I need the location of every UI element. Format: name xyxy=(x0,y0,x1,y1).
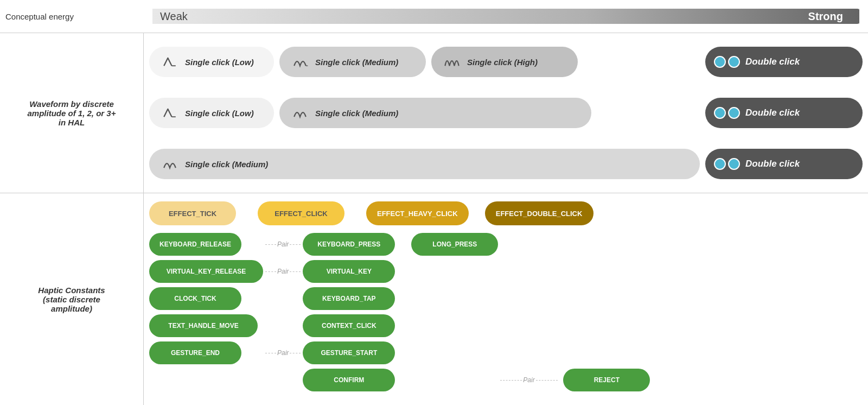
gradient-arrow-svg xyxy=(152,4,859,28)
waveform-row-2: Single click (Low) Single click (Medium) xyxy=(149,88,863,137)
right-content: Weak Strong Single click (Low) xyxy=(144,0,868,405)
pb-line-1 xyxy=(265,271,276,272)
virtual-key-release-pill[interactable]: VIRTUAL_KEY_RELEASE xyxy=(149,260,263,283)
pair-text-1: Pair xyxy=(277,268,289,275)
sp0 xyxy=(498,233,563,256)
dsp0 xyxy=(563,233,650,256)
effects-bar: EFFECT_TICK EFFECT_CLICK EFFECT_HEAVY_CL… xyxy=(149,201,863,225)
spacer-2 xyxy=(263,314,303,337)
confirm-pill[interactable]: CONFIRM xyxy=(303,369,395,391)
keyboard-tap-row: KEYBOARD_TAP xyxy=(303,287,395,310)
arrow-bar-container: Weak Strong xyxy=(144,0,868,33)
effect-heavy-pill: EFFECT_HEAVY_CLICK xyxy=(366,201,469,225)
haptic-section: EFFECT_TICK EFFECT_CLICK EFFECT_HEAVY_CL… xyxy=(144,193,868,405)
wf-pill-medium-3: Single click (Medium) xyxy=(149,149,700,179)
effect-double-pill: EFFECT_DOUBLE_CLICK xyxy=(485,201,593,225)
haptic-inner: EFFECT_TICK EFFECT_CLICK EFFECT_HEAVY_CL… xyxy=(149,201,863,391)
long-press-pill[interactable]: LONG_PRESS xyxy=(411,233,498,256)
pair-bridge-confirm: Pair xyxy=(498,369,563,391)
dsp2 xyxy=(563,287,650,310)
dot-2 xyxy=(728,56,740,68)
pb-line-1b xyxy=(290,271,301,272)
svg-marker-0 xyxy=(152,9,859,24)
pb-line-0 xyxy=(265,244,276,245)
dsp3 xyxy=(563,314,650,337)
pb-line-4 xyxy=(265,353,276,353)
waveform-label: Waveform by discrete amplitude of 1, 2, … xyxy=(0,33,144,193)
wf-text-medium-2: Single click (Medium) xyxy=(315,109,398,118)
arrow-bar: Weak Strong xyxy=(152,4,859,28)
strong-label: Strong xyxy=(808,10,843,23)
gesture-end-row: GESTURE_END xyxy=(149,341,263,364)
pair-bridge-0: Pair xyxy=(263,233,303,256)
wf-text-medium-1: Single click (Medium) xyxy=(315,58,398,67)
virtual-key-pill[interactable]: VIRTUAL_KEY xyxy=(303,260,395,283)
effect-click-pill: EFFECT_CLICK xyxy=(258,201,344,225)
confirm-row: CONFIRM xyxy=(303,369,395,391)
double-click-pill-3: Double click xyxy=(705,149,863,179)
double-dot-icon-3 xyxy=(714,158,740,170)
medium-wave-icon-2 xyxy=(290,103,310,123)
keyboard-press-row: KEYBOARD_PRESS xyxy=(303,233,395,256)
dot-5 xyxy=(714,158,726,170)
text-handle-row: TEXT_HANDLE_MOVE xyxy=(149,314,263,337)
gesture-end-pill[interactable]: GESTURE_END xyxy=(149,341,241,364)
heavy-col: LONG_PRESS xyxy=(411,233,498,256)
left-labels: Conceptual energy Waveform by discrete a… xyxy=(0,0,144,405)
dsp4 xyxy=(563,341,650,364)
wf-pill-low-2: Single click (Low) xyxy=(149,98,274,128)
wf-pill-medium-1: Single click (Medium) xyxy=(279,47,426,77)
text-handle-pill[interactable]: TEXT_HANDLE_MOVE xyxy=(149,314,258,337)
waveform-row-1: Single click (Low) Single click (Medium) xyxy=(149,37,863,86)
keyboard-tap-pill[interactable]: KEYBOARD_TAP xyxy=(303,287,395,310)
virtual-key-release-row: VIRTUAL_KEY_RELEASE xyxy=(149,260,263,283)
wf-pill-high-1: Single click (High) xyxy=(431,47,578,77)
wf-pill-medium-2: Single click (Medium) xyxy=(279,98,591,128)
gesture-start-row: GESTURE_START xyxy=(303,341,395,364)
wf-text-low-1: Single click (Low) xyxy=(185,58,254,67)
pb-line-4b xyxy=(290,353,301,353)
dsp1 xyxy=(563,260,650,283)
dot-1 xyxy=(714,56,726,68)
keyboard-press-pill[interactable]: KEYBOARD_PRESS xyxy=(303,233,395,256)
waveform-row-3: Single click (Medium) Double click xyxy=(149,140,863,188)
low-wave-icon-2 xyxy=(160,103,180,123)
sp3 xyxy=(498,314,563,337)
context-click-pill[interactable]: CONTEXT_CLICK xyxy=(303,314,395,337)
medium-wave-icon-1 xyxy=(290,52,310,72)
double-click-pill-2: Double click xyxy=(705,98,863,128)
sp2 xyxy=(498,287,563,310)
double-click-pill-1: Double click xyxy=(705,47,863,77)
click-col: KEYBOARD_PRESS VIRTUAL_KEY KEYBOARD_TAP xyxy=(303,233,395,391)
virtual-key-row: VIRTUAL_KEY xyxy=(303,260,395,283)
double-click-text-3: Double click xyxy=(745,159,800,169)
pair-bridge-1: Pair xyxy=(263,260,303,283)
keyboard-release-pill[interactable]: KEYBOARD_RELEASE xyxy=(149,233,241,256)
clock-tick-pill[interactable]: CLOCK_TICK xyxy=(149,287,241,310)
reject-pill[interactable]: REJECT xyxy=(563,369,650,391)
keyboard-release-row: KEYBOARD_RELEASE xyxy=(149,233,263,256)
haptic-label: Haptic Constants (static discrete amplit… xyxy=(0,193,144,405)
constants-area: KEYBOARD_RELEASE VIRTUAL_KEY_RELEASE xyxy=(149,233,863,391)
pb-line-confirm-b xyxy=(536,380,558,381)
clock-tick-row: CLOCK_TICK xyxy=(149,287,263,310)
tick-col: KEYBOARD_RELEASE VIRTUAL_KEY_RELEASE xyxy=(149,233,263,364)
double-dot-icon-1 xyxy=(714,56,740,68)
context-click-row: CONTEXT_CLICK xyxy=(303,314,395,337)
pair-bridges-2: Pair xyxy=(498,233,563,391)
double-col: REJECT xyxy=(563,233,650,391)
dot-3 xyxy=(714,107,726,119)
double-dot-icon-2 xyxy=(714,107,740,119)
high-wave-icon xyxy=(442,52,462,72)
dot-6 xyxy=(728,158,740,170)
wf-text-medium-3: Single click (Medium) xyxy=(185,160,268,169)
long-press-row: LONG_PRESS xyxy=(411,233,498,256)
wf-pill-low-1: Single click (Low) xyxy=(149,47,274,77)
gesture-start-pill[interactable]: GESTURE_START xyxy=(303,341,395,364)
sp4 xyxy=(498,341,563,364)
wf-text-low-2: Single click (Low) xyxy=(185,109,254,118)
weak-label: Weak xyxy=(160,10,188,23)
waveform-section: Single click (Low) Single click (Medium) xyxy=(144,33,868,193)
pb-line-confirm-a xyxy=(500,380,522,381)
effect-tick-pill: EFFECT_TICK xyxy=(149,201,236,225)
